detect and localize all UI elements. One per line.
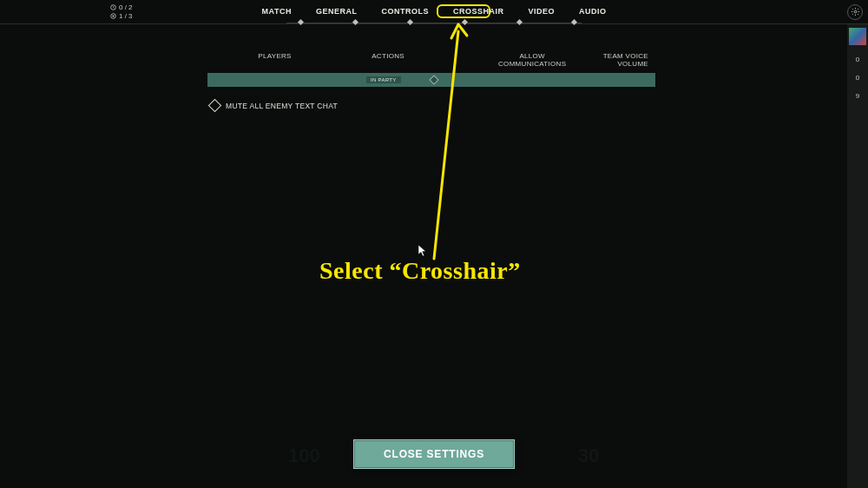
- column-headers: PLAYERS ACTIONS ALLOW COMMUNICATIONS TEA…: [207, 52, 655, 73]
- settings-gear-button[interactable]: [847, 4, 863, 20]
- nav-controls[interactable]: CONTROLS: [369, 3, 441, 19]
- sidebar-value-1: 0: [856, 74, 859, 82]
- mouse-cursor-icon: [418, 245, 427, 257]
- row-marker-icon: [429, 75, 438, 84]
- col-allow-comm: ALLOW COMMUNICATIONS: [487, 52, 577, 68]
- checkbox-icon: [208, 99, 222, 113]
- bg-number-right: 30: [578, 445, 599, 467]
- svg-point-2: [112, 15, 114, 16]
- svg-point-3: [854, 10, 857, 13]
- annotation-text: Select “Crosshair”: [319, 257, 521, 285]
- right-sidebar: 0 0 9: [847, 24, 868, 488]
- mute-enemy-chat-toggle[interactable]: MUTE ALL ENEMY TEXT CHAT: [210, 101, 338, 110]
- col-actions: ACTIONS: [339, 52, 437, 68]
- close-settings-button[interactable]: CLOSE SETTINGS: [353, 439, 515, 469]
- nav-crosshair[interactable]: CROSSHAIR: [441, 3, 516, 19]
- sidebar-value-2: 9: [856, 92, 859, 100]
- settings-nav: MATCH GENERAL CONTROLS CROSSHAIR VIDEO A…: [250, 3, 619, 19]
- col-team-volume: TEAM VOICE VOLUME: [577, 52, 652, 68]
- match-settings-panel: PLAYERS ACTIONS ALLOW COMMUNICATIONS TEA…: [207, 52, 655, 87]
- sidebar-value-0: 0: [856, 56, 859, 63]
- score-box: 0 / 2 1 / 3: [110, 3, 133, 20]
- clock-icon: [110, 4, 116, 10]
- bg-number-left: 100: [288, 445, 320, 467]
- mute-label: MUTE ALL ENEMY TEXT CHAT: [226, 102, 338, 110]
- nav-general[interactable]: GENERAL: [304, 3, 370, 19]
- target-icon: [110, 13, 116, 19]
- score-top: 0 / 2: [119, 3, 133, 11]
- gear-icon: [851, 7, 860, 18]
- avatar[interactable]: [849, 28, 866, 45]
- nav-dots: [299, 20, 576, 24]
- score-bottom: 1 / 3: [119, 12, 133, 20]
- player-row[interactable]: IN PARTY: [207, 73, 655, 87]
- nav-audio[interactable]: AUDIO: [567, 3, 619, 19]
- col-players: PLAYERS: [211, 52, 339, 68]
- nav-match[interactable]: MATCH: [250, 3, 304, 19]
- nav-video[interactable]: VIDEO: [516, 3, 567, 19]
- party-badge: IN PARTY: [366, 76, 401, 83]
